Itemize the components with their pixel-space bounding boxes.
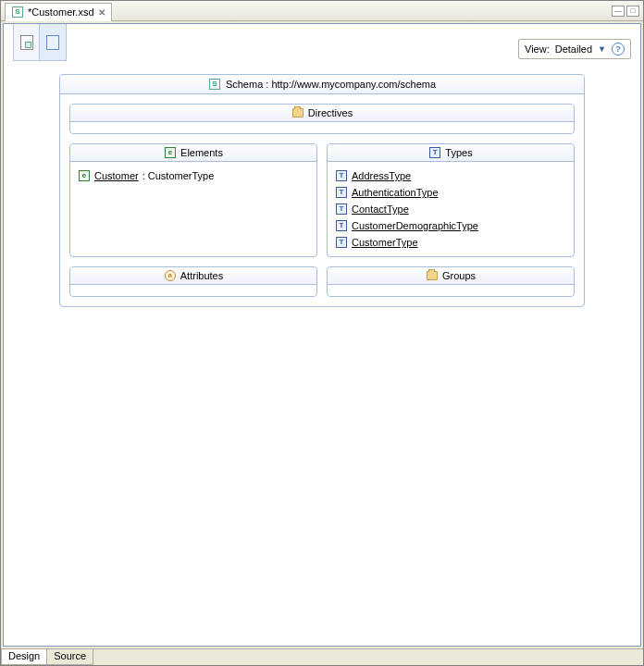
schema-box: S Schema : http://www.mycompany.com/sche… xyxy=(59,74,585,307)
bottom-row: a Attributes Groups xyxy=(69,266,575,297)
outline-icon xyxy=(46,35,59,50)
schema-header: S Schema : http://www.mycompany.com/sche… xyxy=(60,75,584,94)
schema-icon: S xyxy=(208,78,221,91)
type-item-icon: T xyxy=(335,169,348,182)
maximize-button[interactable]: □ xyxy=(626,6,639,17)
groups-title: Groups xyxy=(442,270,476,281)
elements-title: Elements xyxy=(180,147,223,158)
attributes-body[interactable] xyxy=(70,285,316,296)
list-view-button[interactable] xyxy=(40,24,66,60)
type-link[interactable]: CustomerType xyxy=(352,237,418,248)
attributes-header: a Attributes xyxy=(70,267,316,285)
elements-section: e Elements e Customer : CustomerType xyxy=(69,143,317,257)
element-link[interactable]: Customer xyxy=(94,170,139,181)
document-icon xyxy=(20,35,33,50)
type-item[interactable]: T CustomerType xyxy=(335,234,566,251)
type-link[interactable]: AddressType xyxy=(352,170,411,181)
chevron-down-icon: ▼ xyxy=(598,44,606,54)
doc-view-button[interactable] xyxy=(14,24,40,60)
editor-window: S *Customer.xsd ✕ — □ View: Detailed ▼ xyxy=(0,0,644,666)
element-type-suffix: : CustomerType xyxy=(142,170,215,181)
folder-icon xyxy=(426,269,439,282)
toolbar: View: Detailed ▼ ? xyxy=(4,24,640,74)
directives-header: Directives xyxy=(70,105,574,122)
types-header: T Types xyxy=(328,144,574,162)
type-item-icon: T xyxy=(335,186,348,199)
view-mode-toggle xyxy=(13,24,67,61)
type-item[interactable]: T CustomerDemographicType xyxy=(335,217,566,234)
mid-row: e Elements e Customer : CustomerType xyxy=(69,143,575,257)
close-icon[interactable]: ✕ xyxy=(98,7,105,18)
window-controls: — □ xyxy=(612,6,639,17)
elements-header: e Elements xyxy=(70,144,316,162)
types-section: T Types T AddressType T Authent xyxy=(327,143,575,257)
attribute-icon: a xyxy=(164,269,177,282)
schema-area: S Schema : http://www.mycompany.com/sche… xyxy=(4,74,640,646)
type-item-icon: T xyxy=(335,219,348,232)
schema-title: Schema : http://www.mycompany.com/schema xyxy=(226,79,436,90)
help-icon[interactable]: ? xyxy=(612,43,625,56)
groups-body[interactable] xyxy=(328,285,574,296)
folder-icon xyxy=(291,106,304,119)
editor-tab[interactable]: S *Customer.xsd ✕ xyxy=(5,3,112,21)
type-item[interactable]: T AddressType xyxy=(335,167,566,184)
element-item-icon: e xyxy=(78,169,91,182)
view-value: Detailed xyxy=(555,43,592,55)
editor-tab-title: *Customer.xsd xyxy=(28,6,94,18)
type-link[interactable]: ContactType xyxy=(352,204,409,215)
attributes-section: a Attributes xyxy=(69,266,317,297)
titlebar: S *Customer.xsd ✕ — □ xyxy=(1,1,643,21)
editor-content: View: Detailed ▼ ? S Schema : http://www… xyxy=(3,23,641,647)
elements-body[interactable]: e Customer : CustomerType xyxy=(70,162,316,256)
element-item[interactable]: e Customer : CustomerType xyxy=(78,167,309,184)
types-title: Types xyxy=(445,147,472,158)
minimize-button[interactable]: — xyxy=(612,6,625,17)
type-link[interactable]: CustomerDemographicType xyxy=(352,220,478,231)
tab-source[interactable]: Source xyxy=(46,649,93,665)
directives-section: Directives xyxy=(69,104,575,134)
attributes-title: Attributes xyxy=(180,270,223,281)
type-link[interactable]: AuthenticationType xyxy=(352,187,439,198)
directives-body[interactable] xyxy=(70,122,574,133)
tab-design[interactable]: Design xyxy=(1,649,47,665)
type-item-icon: T xyxy=(335,203,348,216)
schema-body: Directives e Elements e xyxy=(60,94,584,306)
element-icon: e xyxy=(164,146,177,159)
directives-title: Directives xyxy=(308,107,353,118)
groups-section: Groups xyxy=(327,266,575,297)
view-label: View: xyxy=(525,43,550,55)
type-item[interactable]: T ContactType xyxy=(335,201,566,217)
groups-header: Groups xyxy=(328,267,574,285)
type-item[interactable]: T AuthenticationType xyxy=(335,184,566,201)
type-icon: T xyxy=(428,146,441,159)
schema-file-icon: S xyxy=(11,6,24,18)
footer-tabs: Design Source xyxy=(1,648,643,665)
type-item-icon: T xyxy=(335,236,348,249)
types-body[interactable]: T AddressType T AuthenticationType T Con… xyxy=(328,162,574,256)
view-selector[interactable]: View: Detailed ▼ ? xyxy=(518,39,631,59)
